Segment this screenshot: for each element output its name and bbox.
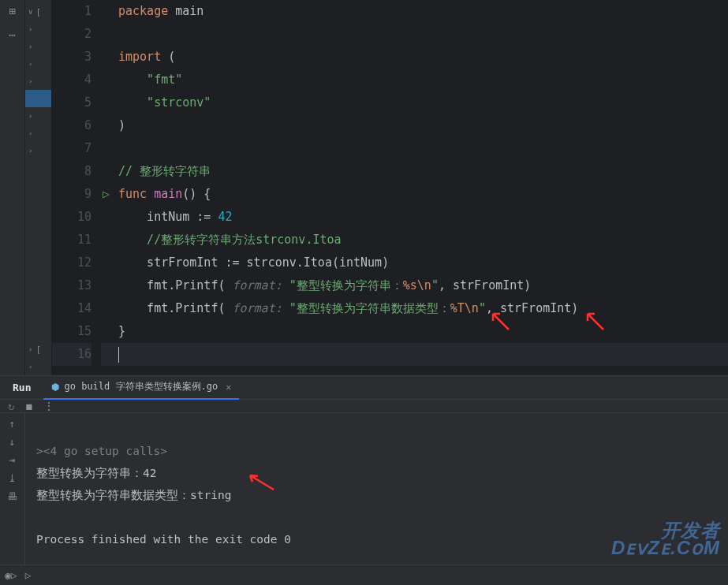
console-output[interactable]: ><4 go setup calls> 整型转换为字符串：42 整型转换为字符串…	[25, 413, 728, 585]
run-tabs-bar: Run ⬢ go build 字符串类型转换案例.go ✕	[0, 376, 728, 400]
separator-icon: ⋮	[43, 400, 54, 412]
project-row[interactable]: ›	[25, 142, 51, 159]
scroll-icon[interactable]: ⤓	[8, 472, 17, 484]
annotation-arrow-3	[246, 470, 278, 494]
project-row-selected[interactable]	[25, 90, 51, 107]
project-row[interactable]: ›	[25, 38, 51, 55]
project-row[interactable]: ›	[25, 107, 51, 125]
project-row[interactable]: ›	[25, 20, 51, 38]
project-row[interactable]: ›	[25, 55, 51, 73]
print-icon[interactable]: 🖶	[7, 490, 17, 502]
code-content[interactable]: package main import ( "fmt" "strconv" ) …	[118, 0, 728, 375]
run-config-tab[interactable]: ⬢ go build 字符串类型转换案例.go ✕	[43, 376, 239, 400]
run-panel: Run ⬢ go build 字符串类型转换案例.go ✕ ↻ ◼ ⋮ ↑ ↓ …	[0, 375, 728, 565]
rerun-icon[interactable]: ↻	[8, 400, 14, 412]
down-icon[interactable]: ↓	[9, 436, 16, 448]
run-tool-icon[interactable]: ◉▷	[5, 569, 17, 581]
code-editor[interactable]: 1 2 3 4 5 6 7 8 9 10 11 12 13 14 15 16 ▷	[52, 0, 728, 375]
project-row[interactable]: ›[	[25, 341, 51, 358]
close-tab-icon[interactable]: ✕	[226, 382, 231, 393]
stop-icon[interactable]: ◼	[25, 400, 32, 412]
left-sidebar: ⊞ ⋯	[0, 0, 25, 375]
project-row[interactable]: ∨[	[25, 3, 51, 20]
run-side-toolbar: ↑ ↓ ⇥ ⤓ 🖶	[0, 413, 25, 585]
project-row[interactable]: ›	[25, 358, 51, 375]
run-toolbar: ↻ ◼ ⋮	[0, 400, 728, 413]
step-icon[interactable]: ▷	[25, 569, 32, 581]
gutter-icons: ▷	[101, 0, 118, 375]
run-panel-label[interactable]: Run	[6, 382, 37, 393]
run-gutter-icon[interactable]: ▷	[103, 183, 110, 206]
project-row[interactable]: ›	[25, 125, 51, 142]
project-row[interactable]: ›	[25, 73, 51, 90]
go-file-icon: ⬢	[51, 382, 59, 393]
wrap-icon[interactable]: ⇥	[9, 454, 16, 466]
up-icon[interactable]: ↑	[9, 418, 16, 430]
sidebar-more-icon[interactable]: ⋯	[5, 27, 21, 43]
sidebar-grid-icon[interactable]: ⊞	[5, 3, 21, 19]
project-panel: ∨[ › › › › › › › ›[ ›	[25, 0, 52, 375]
text-cursor	[118, 347, 119, 363]
line-gutter: 1 2 3 4 5 6 7 8 9 10 11 12 13 14 15 16	[52, 0, 101, 375]
